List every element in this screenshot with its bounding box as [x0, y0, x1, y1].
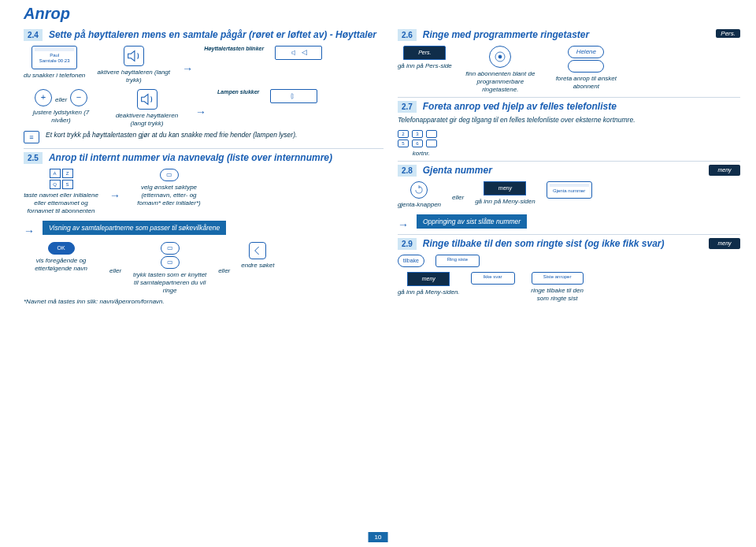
or-label: eller: [218, 262, 230, 274]
section-number: 2.5: [24, 152, 43, 164]
row-24-b: + eller − justere lydstyrken (7 nivåer) …: [24, 89, 384, 128]
svg-point-1: [498, 55, 502, 58]
back-icon[interactable]: [249, 242, 266, 259]
nav-wheel-icon[interactable]: [489, 46, 511, 68]
section-title: Gjenta nummer: [423, 165, 709, 176]
ok-nav: OK vis foregående og etterfølgende navn: [24, 242, 98, 273]
menu-page: meny gå inn på Meny-siden.: [398, 272, 460, 296]
speaker-key-off: deaktivere høyttaleren (langt trykk): [109, 89, 184, 128]
section-number: 2.9: [398, 238, 417, 250]
caption: aktivere høyttaleren (langt trykk): [96, 69, 171, 84]
lcd-line: Ikke svar: [471, 272, 515, 285]
left-column: 2.4 Sette på høyttaleren mens en samtale…: [24, 26, 384, 306]
row-25-a: AZQS taste navnet eller initialene eller…: [24, 169, 384, 215]
row-29-a: tilbake Ring siste: [398, 255, 740, 267]
softkey-icon[interactable]: ▭: [161, 256, 180, 269]
row-24-a: Paul Samtale 00:23 du snakker i telefone…: [24, 46, 384, 84]
caption: taste navnet eller initialene eller ette…: [24, 192, 98, 215]
lcd-redial: Gjenta nummer: [547, 181, 592, 199]
caption: gjenta-knappen: [398, 201, 441, 209]
lcd-ringsiste: Ring siste: [435, 255, 480, 267]
speaker-level-icon: ◁: [275, 46, 322, 60]
contact-key: Helene foreta anrop til ønsket abonnent: [549, 46, 624, 91]
arrow-icon: →: [109, 183, 120, 202]
caption: gå inn på Meny-siden: [475, 198, 536, 206]
pers-tab-icon: Pers.: [403, 46, 446, 60]
divider: [398, 161, 740, 162]
menu-page: meny gå inn på Meny-siden: [475, 181, 536, 206]
divider: [398, 234, 740, 235]
nav-wheel: finn abonnenten blant de programmerbare …: [463, 46, 538, 94]
contact-softkey[interactable]: Helene: [568, 46, 604, 58]
section-number: 2.8: [398, 165, 417, 177]
lcd-ikke-svar: Ikke svar: [471, 272, 515, 285]
back-softkey[interactable]: tilbake: [398, 255, 424, 267]
lcd-siste-anroper: Siste anroper ringe tilbake til den som …: [526, 272, 589, 303]
row-29-b: meny gå inn på Meny-siden. Ikke svar Sis…: [398, 272, 740, 303]
caption: trykk tasten som er knyttet til samtalep…: [132, 271, 207, 295]
ok-button[interactable]: OK: [48, 242, 75, 255]
row-25-bluebox: → Visning av samtalepartnerne som passer…: [24, 218, 384, 237]
meny-badge: meny: [709, 165, 740, 176]
minus-button[interactable]: −: [70, 89, 87, 106]
back-key: endre søket: [241, 242, 274, 270]
volume-keys: + eller − justere lydstyrken (7 nivåer): [24, 89, 98, 125]
caption: gå inn på Pers-side: [398, 62, 452, 70]
or-label: eller: [55, 91, 67, 104]
caption: ringe tilbake til den som ringte sist: [526, 287, 589, 303]
status-off: Lampen slukker: [217, 89, 259, 96]
status-blink: Høyttalertasten blinker: [204, 46, 264, 53]
meny-tab-icon: meny: [484, 181, 526, 195]
plus-button[interactable]: +: [35, 89, 52, 106]
lcd-caller-name: Paul: [35, 53, 74, 58]
or-label: eller: [109, 262, 121, 274]
caption: foreta anrop til ønsket abonnent: [549, 75, 624, 91]
call-key: ▭ ▭ trykk tasten som er knyttet til samt…: [132, 242, 207, 295]
caption: justere lydstyrken (7 nivåer): [24, 109, 98, 125]
body-2-7: Telefonapparatet gir deg tilgang til en …: [398, 116, 740, 124]
caption: vis foregående og etterfølgende navn: [24, 257, 98, 273]
section-number: 2.7: [398, 101, 417, 113]
row-25-b: OK vis foregående og etterfølgende navn …: [24, 242, 384, 295]
caption: du snakker i telefonen: [24, 72, 85, 80]
meny-badge: meny: [709, 238, 740, 249]
caption: endre søket: [241, 262, 274, 270]
softkey-search: ▭ velg ønsket søktype (etternavn, etter-…: [132, 169, 206, 207]
note-icon: ≡: [24, 131, 39, 143]
note-24: ≡ Et kort trykk på høyttalertasten gjør …: [24, 131, 384, 143]
speaker-icon: [137, 89, 158, 110]
dialpad-icon: 2356: [398, 130, 445, 147]
result-banner: Visning av samtalepartnerne som passer t…: [43, 221, 226, 236]
section-number: 2.6: [398, 29, 417, 41]
result-banner: Oppringing av sist slåtte nummer: [417, 214, 527, 229]
or-label: eller: [452, 189, 464, 201]
speaker-icon: [124, 46, 144, 66]
row-28-a: gjenta-knappen eller meny gå inn på Meny…: [398, 181, 740, 209]
section-title: Anrop til internt nummer via navnevalg (…: [49, 152, 332, 163]
softkey-icon[interactable]: [568, 60, 604, 73]
letter-keys: AZQS taste navnet eller initialene eller…: [24, 169, 98, 215]
softkey-icon[interactable]: ▭: [161, 242, 180, 255]
alpha-keypad-icon: AZQS: [50, 169, 73, 189]
redial-icon[interactable]: [410, 181, 428, 199]
row-27-a: 2356 kortnr.: [398, 130, 740, 158]
caption: finn abonnenten blant de programmerbare …: [463, 70, 538, 94]
status-text: Høyttalertasten blinker: [204, 46, 264, 53]
note-text: Et kort trykk på høyttalertasten gjør at…: [46, 131, 297, 143]
softkey-icon[interactable]: ▭: [160, 169, 179, 181]
speaker-key-on: aktivere høyttaleren (langt trykk): [96, 46, 171, 84]
section-2-4-header: 2.4 Sette på høyttaleren mens en samtale…: [24, 29, 384, 41]
arrow-icon: →: [182, 56, 193, 75]
section-2-7-header: 2.7 Foreta anrop ved hjelp av felles tel…: [398, 101, 740, 113]
status-text: Lampen slukker: [217, 89, 259, 96]
lcd-screen: Gjenta nummer: [547, 181, 592, 199]
section-2-6-header: 2.6 Ringe med programmerte ringetaster P…: [398, 29, 740, 41]
right-column: 2.6 Ringe med programmerte ringetaster P…: [398, 26, 740, 306]
section-title: Ringe med programmerte ringetaster: [423, 29, 717, 40]
section-2-9-header: 2.9 Ringe tilbake til den som ringte sis…: [398, 238, 740, 250]
phone-display: Paul Samtale 00:23 du snakker i telefone…: [24, 46, 85, 80]
arrow-icon: →: [398, 212, 409, 231]
section-title: Sette på høyttaleren mens en samtale påg…: [49, 29, 376, 40]
divider: [398, 97, 740, 98]
section-2-8-header: 2.8 Gjenta nummer meny: [398, 165, 740, 177]
